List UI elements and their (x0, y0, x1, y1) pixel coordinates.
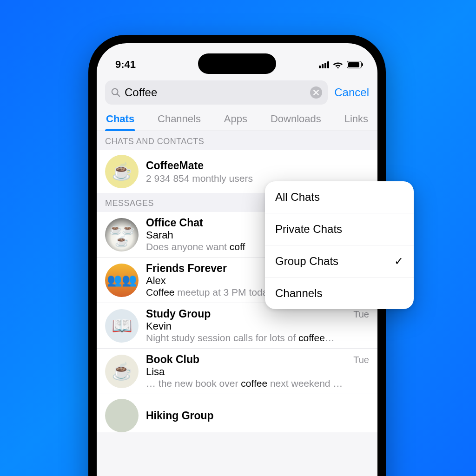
battery-icon (347, 61, 362, 68)
popover-item[interactable]: Group Chats✓ (265, 245, 414, 278)
popover-item-label: Private Chats (275, 223, 342, 236)
message-title: Friends Forever (146, 262, 227, 275)
avatar: ☕ (105, 155, 139, 188)
popover-item[interactable]: Channels (265, 278, 414, 309)
wifi-icon (333, 61, 343, 68)
avatar: 📖 (105, 309, 139, 343)
message-preview: … the new book over coffee next weekend … (146, 378, 369, 389)
message-row[interactable]: ☕Book ClubTueLisa… the new book over cof… (97, 349, 377, 394)
tab-links[interactable]: Links (344, 109, 369, 131)
message-time: Tue (353, 355, 369, 365)
check-icon: ✓ (394, 255, 403, 268)
dynamic-island (198, 53, 276, 74)
message-row[interactable]: 📖Study GroupTueKevinNight study session … (97, 303, 377, 349)
row-body: Study GroupTueKevinNight study session c… (146, 308, 369, 344)
message-title: Office Chat (146, 217, 203, 229)
tab-downloads[interactable]: Downloads (270, 109, 322, 131)
message-time: Tue (353, 309, 369, 320)
clear-search-button[interactable] (310, 86, 322, 99)
tab-apps[interactable]: Apps (223, 109, 248, 131)
search-query: Coffee (125, 86, 306, 99)
cellular-signal-icon (319, 61, 329, 68)
message-title: Book Club (146, 353, 199, 366)
search-input[interactable]: Coffee (105, 80, 328, 105)
message-row[interactable]: Hiking Group (97, 394, 377, 432)
avatar (105, 264, 139, 297)
popover-item-label: All Chats (275, 191, 320, 204)
message-title: Hiking Group (146, 410, 214, 422)
row-body: CoffeeMate 2 934 854 monthly users (146, 159, 369, 184)
tab-channels[interactable]: Channels (157, 109, 202, 131)
contact-name: CoffeeMate (146, 159, 369, 172)
tab-chats[interactable]: Chats (105, 109, 135, 131)
search-icon (111, 87, 121, 98)
message-sender: Lisa (146, 366, 369, 378)
search-tabs: Chats Channels Apps Downloads Links (97, 109, 377, 131)
popover-item-label: Group Chats (275, 255, 338, 268)
message-preview: Night study session calls for lots of co… (146, 332, 369, 344)
popover-item[interactable]: All Chats (265, 181, 414, 213)
popover-item-label: Channels (275, 287, 322, 300)
cancel-button[interactable]: Cancel (334, 86, 369, 99)
avatar: ☕ (105, 355, 139, 388)
status-right (319, 61, 362, 68)
message-sender: Kevin (146, 320, 369, 332)
row-body: Book ClubTueLisa… the new book over coff… (146, 353, 369, 389)
section-header-contacts: CHATS AND CONTACTS (97, 131, 377, 150)
avatar (105, 399, 139, 432)
popover-item[interactable]: Private Chats (265, 213, 414, 245)
row-body: Hiking Group (146, 410, 369, 422)
avatar (105, 218, 139, 251)
svg-line-1 (117, 94, 119, 96)
message-title: Study Group (146, 308, 211, 320)
filter-popover: All ChatsPrivate ChatsGroup Chats✓Channe… (265, 181, 414, 309)
status-time: 9:41 (115, 59, 136, 71)
search-row: Coffee Cancel (97, 78, 377, 109)
